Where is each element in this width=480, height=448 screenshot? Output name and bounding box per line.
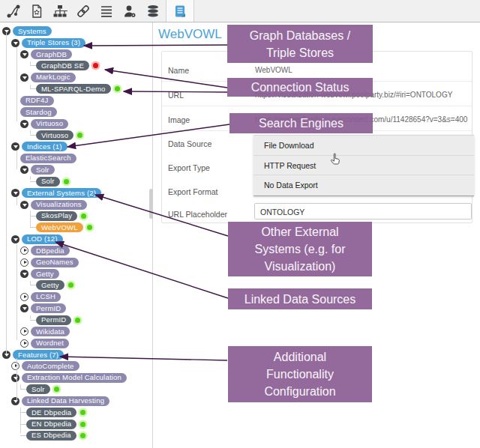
expand-arrow-icon[interactable] — [20, 327, 28, 336]
tree-node-geonames[interactable]: GeoNames — [31, 258, 79, 267]
tree-node-graphdb-se[interactable]: GraphDB SE — [36, 61, 89, 70]
tree-row: ElasticSearch — [0, 153, 152, 164]
collapse-arrow-icon[interactable] — [20, 201, 28, 209]
toolbar-list-icon[interactable] — [96, 0, 116, 22]
tree-row: Getty — [0, 279, 152, 291]
tree-node-visualizations[interactable]: Visualizations — [31, 200, 87, 210]
expand-arrow-icon[interactable] — [20, 258, 28, 267]
collapse-arrow-icon[interactable] — [11, 142, 20, 151]
tree-node-skosplay[interactable]: SkosPlay — [36, 211, 77, 221]
toolbar-user-gear-icon[interactable] — [119, 0, 140, 22]
tree-node-extraction-model-calculation[interactable]: Extraction Model Calculation — [22, 373, 127, 383]
collapse-arrow-icon[interactable] — [20, 304, 28, 312]
tree-node-solr[interactable]: Solr — [31, 165, 55, 175]
tree-node-features-7-[interactable]: Features (7) — [13, 350, 64, 360]
field-value[interactable]: WebVOWL — [255, 66, 469, 74]
status-dot-green — [64, 179, 69, 184]
collapse-arrow-icon[interactable] — [11, 235, 20, 243]
tree-connector-line — [30, 61, 31, 66]
collapse-arrow-icon[interactable] — [20, 166, 28, 174]
tree-row: Solr — [0, 175, 152, 187]
tree-node-es-dbpedia[interactable]: ES Dbpedia — [26, 431, 76, 441]
tree-node-wikidata[interactable]: Wikidata — [31, 327, 70, 336]
tree-connector-stub — [30, 181, 36, 182]
toolbar-server-blue-icon[interactable] — [166, 0, 194, 22]
toolbar-route-icon[interactable] — [3, 0, 23, 22]
collapse-arrow-icon[interactable] — [20, 270, 28, 278]
tree-node-virtuoso[interactable]: Virtuoso — [36, 130, 74, 140]
tree-node-en-dbpedia[interactable]: EN Dbpedia — [26, 420, 76, 429]
tree-node-lod-12-[interactable]: LOD (12) — [22, 234, 63, 244]
collapse-arrow-icon[interactable] — [2, 351, 10, 359]
tree-node-elasticsearch[interactable]: ElasticSearch — [20, 154, 76, 163]
toolbar-sitemap-icon[interactable] — [50, 0, 70, 22]
collapse-arrow-icon[interactable] — [11, 397, 20, 405]
tree-connector-line — [20, 384, 21, 389]
tree-node-webvowl[interactable]: WebVOWL — [36, 223, 83, 232]
tree-row: Linked Data Harvesting — [0, 396, 152, 407]
tree-row: Stardog — [0, 106, 152, 118]
systems-tree-panel: SystemsTriple Stores (3)GraphDBGraphDB S… — [0, 22, 153, 448]
expand-arrow-icon[interactable] — [11, 362, 20, 370]
toolbar-link-icon[interactable] — [73, 0, 93, 22]
page-title: WebVOWL — [158, 27, 222, 42]
collapse-arrow-icon[interactable] — [20, 120, 28, 128]
expand-arrow-icon[interactable] — [20, 293, 28, 301]
field-label: Data Source — [168, 139, 212, 148]
tree-node-systems[interactable]: Systems — [13, 26, 52, 36]
tree-connector-line — [16, 47, 17, 121]
annotation-box-linked-data-sources: Linked Data Sources — [228, 288, 372, 309]
tree-node-getty[interactable]: Getty — [31, 269, 59, 279]
tree-node-solr[interactable]: Solr — [36, 177, 60, 187]
expand-arrow-icon[interactable] — [20, 339, 28, 348]
tree-node-getty[interactable]: Getty — [36, 280, 64, 290]
tree-node-marklogic[interactable]: MarkLogic — [31, 73, 76, 82]
field-label: Image — [168, 115, 190, 124]
annotation-box-connection-status: Connection Status — [227, 78, 373, 97]
toolbar-database-icon[interactable] — [142, 0, 163, 22]
dropdown-option-file-download[interactable]: File Download — [254, 136, 474, 156]
tree-node-linked-data-harvesting[interactable]: Linked Data Harvesting — [22, 396, 110, 406]
tree-node-permid[interactable]: PermID — [31, 303, 66, 313]
tree-node-autocomplete[interactable]: AutoComplete — [22, 361, 80, 371]
tree-node-rdf4j[interactable]: RDF4J — [20, 96, 54, 106]
tree-row: Wordnet — [0, 337, 152, 348]
tree-row: GeoNames — [0, 256, 152, 267]
tree-node-wordnet[interactable]: Wordnet — [31, 339, 69, 348]
tree-connector-stub — [20, 389, 26, 390]
tree-node-permid[interactable]: PermID — [36, 315, 71, 325]
tree-node-lcsh[interactable]: LCSH — [31, 292, 61, 302]
tree-node-stardog[interactable]: Stardog — [20, 107, 57, 117]
tree-row: MarkLogic — [0, 72, 152, 83]
annotation-box-search-engines: Search Engines — [230, 113, 373, 133]
tree-connector-line — [30, 211, 31, 227]
tree-row: Systems — [0, 25, 152, 37]
collapse-arrow-icon[interactable] — [2, 27, 10, 35]
collapse-arrow-icon[interactable] — [11, 374, 20, 382]
tree-node-graphdb[interactable]: GraphDB — [31, 49, 72, 59]
tree-row: LCSH — [0, 291, 152, 303]
tree-node-de-dbpedia[interactable]: DE Dbpedia — [26, 408, 76, 417]
tree-node-dbpedia[interactable]: DBpedia — [31, 246, 70, 255]
status-dot-green — [68, 282, 74, 288]
tree-node-external-systems-2-[interactable]: External Systems (2) — [22, 188, 101, 198]
tree-node-solr[interactable]: Solr — [26, 384, 50, 394]
annotation-text: Systems (e.g. for — [255, 240, 346, 258]
tree-connector-stub — [30, 88, 36, 89]
status-dot-green — [81, 214, 86, 219]
tree-connector-stub — [30, 285, 36, 285]
toolbar-file-star-icon[interactable] — [26, 0, 46, 22]
tree-node-indices-1-[interactable]: Indices (1) — [22, 142, 68, 151]
dropdown-option-http-request[interactable]: HTTP Request — [254, 156, 474, 176]
collapse-arrow-icon[interactable] — [11, 39, 20, 47]
field-label: Export Format — [168, 187, 218, 196]
dropdown-option-no-data-export[interactable]: No Data Export — [254, 175, 474, 196]
tree-node-virtuoso[interactable]: Virtuoso — [31, 119, 68, 129]
tree-node-triple-stores-3-[interactable]: Triple Stores (3) — [22, 38, 86, 48]
collapse-arrow-icon[interactable] — [20, 50, 28, 58]
tree-node-ml-sparql-demo[interactable]: ML-SPARQL-Demo — [36, 84, 111, 94]
expand-arrow-icon[interactable] — [20, 246, 28, 255]
collapse-arrow-icon[interactable] — [11, 189, 20, 197]
collapse-arrow-icon[interactable] — [20, 73, 28, 82]
tree-connector-line — [30, 85, 31, 88]
